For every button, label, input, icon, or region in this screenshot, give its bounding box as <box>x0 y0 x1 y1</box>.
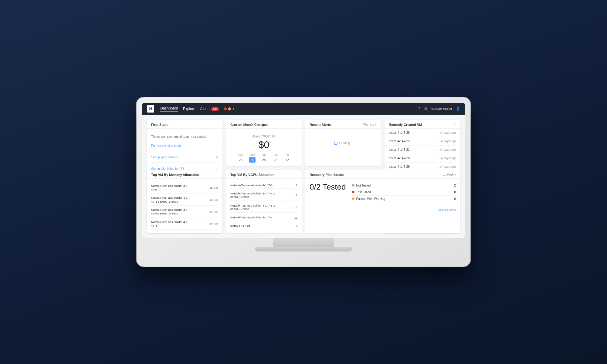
user-avatar-icon[interactable]: 👤 <box>456 107 460 111</box>
step-item: Pair your environment ✓ <box>151 144 218 151</box>
vm-item-0: distcc-4-147-26 14 days ago <box>385 129 460 137</box>
gear-icon[interactable]: ⚙ <box>424 106 428 111</box>
recovery-card: Recovery Plan Status 1 Week ▾ 0/2 Tested <box>305 170 460 234</box>
app-logo[interactable]: N <box>147 105 154 113</box>
cal-day-2: Sun 24 <box>260 153 267 163</box>
recovery-content: 0/2 Tested Not Tested 2 <box>305 179 460 206</box>
cal-day-1: Mon 25 <box>249 153 256 163</box>
nav-items: Dashboard Explore Alerts 145 ▾ <box>160 106 412 112</box>
main-grid: First Steps Things we recommend to get y… <box>142 115 465 238</box>
loading-spinner <box>334 141 337 145</box>
alerts-header: Recent Alerts Warning ▾ <box>305 120 381 129</box>
charges-amount: $0 <box>230 139 297 150</box>
vcpu-alloc-list: Nutanix-Test-aos-builder-4-147-5 12 Nuta… <box>230 182 297 229</box>
first-steps-header: First Steps <box>147 120 222 129</box>
charges-body: Due 07/16/2018 $0 Sun 26 Mon 25 <box>226 129 302 166</box>
vcpu-header: Top VM By VCPU Allocation <box>226 170 302 179</box>
memory-header: Top VM By Memory Allocation <box>147 170 222 179</box>
stat-dot-red <box>352 191 354 193</box>
recovery-tested: 0/2 Tested <box>310 182 346 192</box>
first-steps-desc: Things we recommend to get you started <box>151 135 218 139</box>
vcpu-item-2: Nutanix-Test-aos-builder-4-147-5-180607-… <box>230 203 297 213</box>
memory-vm-item-1: Nutanix-Test-aos-builder-4-147-4-180607-… <box>151 194 218 206</box>
status-dropdown[interactable]: ▾ <box>233 107 234 110</box>
top-memory-card: Top VM By Memory Allocation Nutanix-Test… <box>147 170 222 234</box>
memory-vm-list: Nutanix-Test-aos-builder-4-147-5 32 GiB … <box>151 182 218 230</box>
first-steps-title: First Steps <box>151 123 168 126</box>
vcpu-title: Top VM By VCPU Allocation <box>230 173 274 177</box>
top-vcpu-card: Top VM By VCPU Allocation Nutanix-Test-a… <box>226 170 302 234</box>
step-check-0: ✓ <box>215 144 218 148</box>
status-indicators: ▾ <box>224 107 234 110</box>
stat-passed-warning: Passed With Warning 0 <box>352 196 456 202</box>
recovery-filter[interactable]: 1 Week ▾ <box>443 173 456 176</box>
view-all-tests[interactable]: View All Tests <box>305 206 460 214</box>
vcpu-item-0: Nutanix-Test-aos-builder-4-147-5 12 <box>230 182 297 189</box>
charges-card: Current Month Charges Due 07/16/2018 $0 … <box>226 120 302 166</box>
status-dot-yellow <box>228 107 231 110</box>
alerts-title: Recent Alerts <box>310 123 331 126</box>
recovery-header: Recovery Plan Status 1 Week ▾ <box>305 170 460 179</box>
step-check-1: ✓ <box>215 155 218 159</box>
user-menu[interactable]: William.frazier <box>431 107 452 111</box>
recovery-stats: Not Tested 2 Test Failed 0 <box>352 182 456 202</box>
charges-header: Current Month Charges <box>226 120 302 129</box>
monitor-stand <box>273 238 334 247</box>
memory-vm-item-3: Nutanix-Test-aos-builder-4-147-4 32 GiB <box>151 218 218 230</box>
step-link-pair[interactable]: Pair your environment <box>151 144 181 147</box>
status-dot-red <box>224 107 227 110</box>
nav-explore[interactable]: Explore <box>183 107 195 111</box>
alerts-badge: 145 <box>211 107 219 111</box>
navbar: N Dashboard Explore Alerts 145 ▾ <box>142 103 465 115</box>
loading-indicator: Loading... <box>310 132 377 154</box>
charges-calendar: Sun 26 Mon 25 Sun 24 <box>230 153 297 163</box>
recovery-title: Recovery Plan Status <box>310 173 344 177</box>
vcpu-item-4: distcc-4-147-24 8 <box>230 223 297 229</box>
alerts-filter[interactable]: Warning ▾ <box>363 123 377 126</box>
alerts-card: Recent Alerts Warning ▾ Loading... <box>305 120 381 166</box>
memory-vm-item-2: Nutanix-Test-aos-builder-4-147-5-180607-… <box>151 206 218 218</box>
stat-dot-yellow <box>352 197 354 200</box>
memory-vm-item-0: Nutanix-Test-aos-builder-4-147-5 32 GiB <box>151 182 218 194</box>
charges-due-date: Due 07/16/2018 <box>230 135 297 138</box>
nav-right-icons: ? ⚙ William.frazier 👤 <box>418 106 460 111</box>
vcpu-item-1: Nutanix-Test-aos-builder-4-147-4-180607-… <box>230 190 297 201</box>
memory-body: Nutanix-Test-aos-builder-4-147-5 32 GiB … <box>147 179 222 234</box>
step-item: Set up your network ✓ <box>151 155 218 163</box>
vm-title: Recently Created VM <box>389 123 422 126</box>
help-icon[interactable]: ? <box>418 106 420 111</box>
monitor-base <box>255 247 352 251</box>
stat-dot-grey <box>352 184 354 187</box>
cal-day-0: Sun 26 <box>237 153 244 163</box>
cal-day-4: Fri 22 <box>284 153 290 163</box>
step-link-network[interactable]: Set up your network <box>151 156 178 159</box>
stat-test-failed: Test Failed 0 <box>352 189 456 196</box>
vm-action[interactable]: ⋮ <box>453 123 456 126</box>
vm-item-2: distcc-4-147-21 14 days ago <box>385 146 460 154</box>
memory-title: Top VM By Memory Allocation <box>151 173 199 177</box>
vm-item-1: distcc-4-147-25 14 days ago <box>385 137 460 146</box>
stat-not-tested: Not Tested 2 <box>352 182 456 189</box>
nav-alerts[interactable]: Alerts 145 <box>200 107 219 111</box>
charges-title: Current Month Charges <box>230 123 268 126</box>
vm-item-3: distcc-4-147-28 14 days ago <box>385 154 460 163</box>
alerts-body: Loading... <box>305 129 381 158</box>
steps-list: Pair your environment ✓ Set up your netw… <box>151 144 218 174</box>
recovery-main: 0/2 Tested <box>310 182 346 202</box>
vcpu-body: Nutanix-Test-aos-builder-4-147-5 12 Nuta… <box>226 179 302 233</box>
cal-day-3: Sat 23 <box>272 153 279 163</box>
vcpu-item-3: Nutanix-Test-aos-builder-4-147-4 12 <box>230 214 297 221</box>
nav-dashboard[interactable]: Dashboard <box>160 106 178 112</box>
vm-header: Recently Created VM ⋮ <box>385 120 460 129</box>
